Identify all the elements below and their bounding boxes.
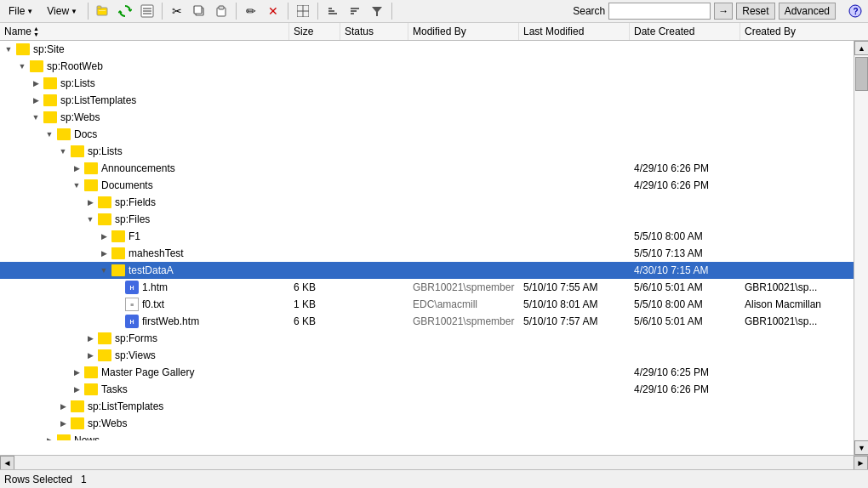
col-status-header[interactable]: Status: [340, 23, 408, 40]
toggle-button[interactable]: [57, 145, 69, 157]
item-label: Documents: [101, 179, 153, 191]
toggle-button[interactable]: [16, 60, 28, 72]
tree-row[interactable]: sp:Fields: [0, 194, 854, 211]
file-menu[interactable]: File ▼: [3, 3, 38, 19]
toggle-button[interactable]: [84, 349, 96, 361]
tree-row[interactable]: Master Page Gallery4/29/10 6:25 PM: [0, 364, 854, 381]
scroll-up-button[interactable]: ▲: [854, 41, 868, 55]
toggle-button[interactable]: [71, 383, 83, 395]
tree-row[interactable]: News: [0, 432, 854, 440]
row-modby-cell: GBR10021\spmember: [408, 315, 519, 327]
folder-icon: [71, 400, 84, 412]
filter-button[interactable]: [368, 2, 386, 20]
search-go-button[interactable]: →: [714, 3, 733, 20]
rows-selected-count: 1: [81, 474, 87, 485]
toggle-button[interactable]: [43, 128, 55, 140]
sort-up-button[interactable]: [323, 2, 342, 20]
toggle-button[interactable]: [71, 162, 83, 174]
toggle-button[interactable]: [30, 111, 42, 123]
col-datecreated-header[interactable]: Date Created: [630, 23, 740, 40]
row-name-cell: sp:Webs: [0, 417, 289, 429]
tree-row[interactable]: sp:ListTemplates: [0, 398, 854, 415]
row-datecreated-cell: 4/29/10 6:26 PM: [630, 162, 740, 174]
row-datecreated-cell: 4/29/10 6:26 PM: [630, 383, 740, 395]
content-wrapper: sp:Sitesp:RootWebsp:Listssp:ListTemplate…: [0, 41, 868, 455]
svg-text:?: ?: [854, 7, 859, 16]
vertical-scrollbar[interactable]: ▲ ▼: [854, 41, 868, 455]
h-scroll-track[interactable]: [14, 456, 854, 470]
item-label: sp:Forms: [115, 332, 157, 344]
open-button[interactable]: [94, 2, 112, 20]
view-menu[interactable]: View ▼: [42, 3, 83, 19]
tree-row[interactable]: sp:ListTemplates: [0, 92, 854, 109]
col-size-header[interactable]: Size: [289, 23, 340, 40]
tree-row[interactable]: sp:Forms: [0, 330, 854, 347]
col-modby-header[interactable]: Modified By: [408, 23, 519, 40]
row-datecreated-cell: 5/5/10 8:00 AM: [630, 298, 740, 310]
col-createdby-header[interactable]: Created By: [740, 23, 842, 40]
toggle-button[interactable]: [98, 264, 110, 276]
toggle-button[interactable]: [30, 77, 42, 89]
row-datecreated-cell: 4/29/10 6:25 PM: [630, 366, 740, 378]
tree-row[interactable]: Docs: [0, 126, 854, 143]
row-modby-cell: EDC\amacmill: [408, 298, 519, 310]
search-input[interactable]: [608, 3, 711, 20]
tree-row[interactable]: sp:Lists: [0, 143, 854, 160]
separator4: [288, 3, 288, 20]
tree-row[interactable]: sp:Files: [0, 211, 854, 228]
tree-row[interactable]: sp:Views: [0, 347, 854, 364]
paste-button[interactable]: [212, 2, 231, 20]
tree-row[interactable]: maheshTest5/5/10 7:13 AM: [0, 245, 854, 262]
scroll-right-button[interactable]: ►: [854, 456, 868, 470]
tree-row[interactable]: sp:RootWeb: [0, 58, 854, 75]
tree-container[interactable]: sp:Sitesp:RootWebsp:Listssp:ListTemplate…: [0, 41, 854, 440]
toggle-button[interactable]: [98, 230, 110, 242]
row-name-cell: sp:Site: [0, 43, 289, 55]
refresh-button[interactable]: [116, 2, 134, 20]
cut-button[interactable]: ✂: [168, 2, 186, 20]
grid-button[interactable]: [294, 2, 312, 20]
toggle-button[interactable]: [57, 400, 69, 412]
item-label: sp:RootWeb: [47, 60, 103, 72]
tree-row[interactable]: ≡f0.txt1 KBEDC\amacmill5/10/10 8:01 AM5/…: [0, 296, 854, 313]
sort-down-button[interactable]: [345, 2, 364, 20]
rows-selected-label: Rows Selected: [4, 474, 72, 485]
toggle-button[interactable]: [3, 43, 14, 55]
toggle-button[interactable]: [84, 332, 96, 344]
search-label: Search: [573, 5, 605, 17]
tree-row[interactable]: sp:Webs: [0, 415, 854, 432]
search-reset-button[interactable]: Reset: [736, 3, 774, 20]
tree-row[interactable]: H1.htm6 KBGBR10021\spmember5/10/10 7:55 …: [0, 279, 854, 296]
copy-button[interactable]: [190, 2, 208, 20]
col-name-header[interactable]: Name ▲ ▼: [0, 23, 289, 40]
scroll-left-button[interactable]: ◄: [0, 456, 14, 470]
scroll-thumb[interactable]: [855, 57, 868, 91]
tree-row[interactable]: Documents4/29/10 6:26 PM: [0, 177, 854, 194]
toggle-button[interactable]: [30, 94, 42, 106]
toggle-button[interactable]: [84, 213, 96, 225]
tree-row[interactable]: sp:Webs: [0, 109, 854, 126]
tree-row[interactable]: sp:Site: [0, 41, 854, 58]
svg-rect-8: [194, 6, 202, 14]
help-button[interactable]: ?: [846, 2, 865, 20]
pencil-button[interactable]: ✏: [242, 2, 260, 20]
toggle-button[interactable]: [84, 196, 96, 208]
toggle-button[interactable]: [98, 247, 110, 259]
toggle-button[interactable]: [57, 417, 69, 429]
export-button[interactable]: [138, 2, 157, 20]
scroll-down-button[interactable]: ▼: [854, 440, 868, 455]
toggle-button[interactable]: [71, 366, 83, 378]
scroll-track[interactable]: [854, 55, 868, 440]
delete-button[interactable]: ✕: [264, 2, 283, 20]
tree-row[interactable]: sp:Lists: [0, 75, 854, 92]
search-advanced-button[interactable]: Advanced: [779, 3, 836, 20]
item-label: sp:ListTemplates: [88, 400, 163, 412]
tree-row[interactable]: F15/5/10 8:00 AM: [0, 228, 854, 245]
tree-row[interactable]: HfirstWeb.htm6 KBGBR10021\spmember5/10/1…: [0, 313, 854, 330]
tree-row[interactable]: Announcements4/29/10 6:26 PM: [0, 160, 854, 177]
tree-row[interactable]: Tasks4/29/10 6:26 PM: [0, 381, 854, 398]
tree-row[interactable]: testDataA4/30/10 7:15 AM: [0, 262, 854, 279]
toggle-button[interactable]: [71, 179, 83, 191]
toggle-button[interactable]: [43, 434, 55, 440]
col-lastmod-header[interactable]: Last Modified: [519, 23, 630, 40]
